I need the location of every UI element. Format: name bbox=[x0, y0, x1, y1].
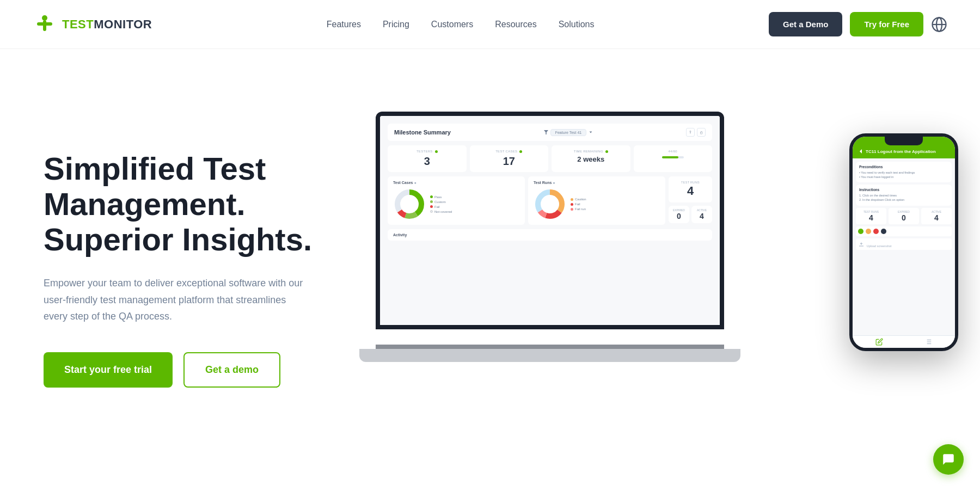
dashboard-icons: ⇧ ⎙ bbox=[686, 128, 706, 137]
phone-mockup: TC11 Logout from the Application Precond… bbox=[849, 133, 958, 351]
phone-expired-value: 0 bbox=[891, 213, 917, 222]
panel-active: ACTIVE 4 bbox=[691, 206, 712, 223]
status-green-icon bbox=[858, 229, 863, 234]
hero-illustration: Milestone Summary Feature Test 41 ⇧ ⎙ bbox=[338, 101, 947, 438]
phone-runs: TEST RUNS 4 bbox=[856, 208, 886, 224]
preconditions-title: Preconditions bbox=[859, 165, 948, 169]
logo-link[interactable]: TESTMONITOR bbox=[33, 13, 152, 36]
panel-expired-value: 0 bbox=[671, 212, 687, 220]
phone-list-icon[interactable] bbox=[924, 338, 932, 346]
hero-section: Simplified Test Management. Superior Ins… bbox=[0, 49, 980, 490]
phone-expired: EXPIRED 0 bbox=[889, 208, 919, 224]
panel-runs-value: 4 bbox=[673, 184, 708, 198]
panel-expired: EXPIRED 0 bbox=[669, 206, 689, 223]
charts-row: Test Cases ● bbox=[388, 176, 712, 225]
status-dark-icon bbox=[881, 229, 886, 234]
svg-rect-9 bbox=[662, 156, 678, 158]
laptop-screen: Milestone Summary Feature Test 41 ⇧ ⎙ bbox=[376, 112, 724, 329]
chat-bubble[interactable] bbox=[933, 444, 964, 475]
svg-point-0 bbox=[42, 15, 47, 21]
nav-customers[interactable]: Customers bbox=[431, 20, 473, 29]
logo-text: TESTMONITOR bbox=[62, 17, 152, 32]
globe-icon[interactable] bbox=[931, 16, 947, 33]
hero-content: Simplified Test Management. Superior Ins… bbox=[44, 151, 338, 388]
phone-active: ACTIVE 4 bbox=[921, 208, 952, 224]
nav-pricing[interactable]: Pricing bbox=[383, 20, 409, 29]
dashboard-filter: Feature Test 41 bbox=[544, 129, 593, 136]
phone-preconditions-card: Preconditions • You need to verify each … bbox=[856, 162, 952, 182]
testers-value: 3 bbox=[393, 155, 461, 168]
panel-test-runs: TEST RUNS 4 bbox=[669, 176, 712, 202]
test-cases-donut bbox=[393, 188, 426, 220]
phone-color-row bbox=[856, 226, 952, 236]
hero-title: Simplified Test Management. Superior Ins… bbox=[44, 151, 338, 257]
test-cases-chart: Test Cases ● bbox=[388, 176, 525, 225]
test-cases-donut-svg bbox=[393, 188, 426, 220]
phone-edit-icon[interactable] bbox=[875, 338, 883, 346]
panel-bottom-stats: EXPIRED 0 ACTIVE 4 bbox=[669, 206, 712, 223]
chat-icon bbox=[941, 452, 955, 467]
phone-back-icon bbox=[858, 149, 863, 154]
stat-testers: TESTERS 3 bbox=[388, 145, 467, 172]
laptop-hinge bbox=[376, 345, 724, 349]
filter-label: Feature Test 41 bbox=[550, 129, 587, 136]
hero-demo-button[interactable]: Get a demo bbox=[183, 352, 280, 388]
stat-progress: 44/60 bbox=[634, 145, 713, 172]
stat-time-remaining: TIME REMAINING 2 weeks bbox=[552, 145, 630, 172]
phone-bottom-bar bbox=[853, 335, 955, 348]
dashboard-header: Milestone Summary Feature Test 41 ⇧ ⎙ bbox=[388, 124, 712, 141]
hero-subtitle: Empower your team to deliver exceptional… bbox=[44, 275, 305, 325]
test-cases-value: 17 bbox=[475, 155, 543, 168]
upload-icon bbox=[858, 241, 865, 247]
time-remaining-value: 2 weeks bbox=[557, 155, 625, 163]
instructions-title: Instructions bbox=[859, 188, 948, 192]
svg-rect-2 bbox=[37, 22, 52, 26]
phone-screen: TC11 Logout from the Application Precond… bbox=[853, 137, 955, 348]
stats-row: TESTERS 3 TEST CASES 17 TIME REMAINING 2… bbox=[388, 145, 712, 172]
nav-features[interactable]: Features bbox=[327, 20, 361, 29]
stat-test-cases: TEST CASES 17 bbox=[470, 145, 549, 172]
phone-app: TC11 Logout from the Application Precond… bbox=[853, 137, 955, 348]
print-icon: ⎙ bbox=[697, 128, 706, 137]
share-icon: ⇧ bbox=[686, 128, 695, 137]
status-red-icon bbox=[873, 229, 879, 234]
logo-icon bbox=[33, 13, 57, 36]
phone-active-value: 4 bbox=[923, 213, 950, 222]
main-nav: Features Pricing Customers Resources Sol… bbox=[327, 20, 595, 29]
phone-notch bbox=[885, 137, 923, 145]
phone-stats: TEST RUNS 4 EXPIRED 0 ACTIVE 4 bbox=[856, 208, 952, 224]
header: TESTMONITOR Features Pricing Customers R… bbox=[0, 0, 980, 49]
nav-resources[interactable]: Resources bbox=[495, 20, 536, 29]
nav-solutions[interactable]: Solutions bbox=[559, 20, 595, 29]
progress-bar-icon bbox=[662, 155, 684, 159]
svg-marker-7 bbox=[590, 131, 592, 133]
phone-runs-value: 4 bbox=[858, 213, 884, 222]
svg-marker-18 bbox=[860, 149, 862, 154]
laptop-base bbox=[359, 349, 740, 362]
phone-upload-row: Upload screenshot bbox=[856, 238, 952, 250]
activity-section: Activity bbox=[388, 229, 712, 241]
chevron-icon bbox=[589, 130, 593, 134]
laptop-mockup: Milestone Summary Feature Test 41 ⇧ ⎙ bbox=[359, 112, 740, 362]
hero-buttons: Start your free trial Get a demo bbox=[44, 352, 338, 388]
dashboard-title: Milestone Summary bbox=[394, 129, 451, 136]
test-runs-legend: Caution Fail Fail run bbox=[571, 198, 586, 211]
right-stats-panel: TEST RUNS 4 EXPIRED 0 ACTIVE 4 bbox=[669, 176, 712, 225]
status-yellow-icon bbox=[866, 229, 871, 234]
try-for-free-button[interactable]: Try for Free bbox=[850, 12, 923, 36]
phone-title: TC11 Logout from the Application bbox=[866, 149, 936, 154]
phone-content: Preconditions • You need to verify each … bbox=[853, 158, 955, 335]
get-demo-button[interactable]: Get a Demo bbox=[769, 12, 842, 36]
phone-instructions-card: Instructions 1. Click on the desired tim… bbox=[856, 185, 952, 205]
test-cases-legend: Pass Custom Fail Not covered bbox=[430, 195, 452, 213]
dashboard: Milestone Summary Feature Test 41 ⇧ ⎙ bbox=[380, 116, 720, 325]
panel-active-value: 4 bbox=[694, 212, 709, 220]
test-runs-chart: Test Runs ● bbox=[528, 176, 665, 225]
start-trial-button[interactable]: Start your free trial bbox=[44, 352, 173, 388]
test-runs-donut-svg bbox=[534, 188, 566, 220]
svg-marker-6 bbox=[544, 130, 548, 134]
header-actions: Get a Demo Try for Free bbox=[769, 12, 947, 36]
test-runs-donut bbox=[534, 188, 566, 220]
filter-icon bbox=[544, 130, 548, 134]
